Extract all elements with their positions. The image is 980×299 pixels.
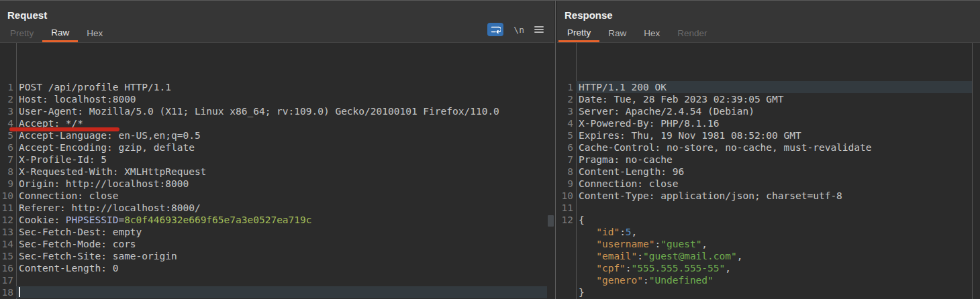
code-line: 1POST /api/profile HTTP/1.1 [0, 81, 547, 93]
code-line: 7X-Profile-Id: 5 [0, 154, 547, 166]
word-wrap-icon [491, 25, 501, 34]
tab-render: Render [669, 25, 716, 42]
line-number: 1 [557, 81, 576, 93]
red-underline-annotation [9, 127, 119, 131]
line-number: 3 [0, 105, 16, 117]
code-line-text: } [576, 286, 972, 298]
line-number: 7 [557, 154, 576, 166]
code-line-text: "cpf":"555.555.555-55", [576, 262, 972, 274]
line-number [557, 250, 576, 262]
request-panel-title: Request [7, 9, 47, 21]
code-line-text: Host: localhost:8000 [16, 93, 547, 105]
code-line-text: X-Profile-Id: 5 [16, 154, 547, 166]
code-line: 4X-Powered-By: PHP/8.1.16 [557, 117, 972, 129]
code-line: 6Accept-Encoding: gzip, deflate [0, 141, 547, 154]
code-line: 8Content-Length: 96 [557, 166, 972, 178]
code-line-text: HTTP/1.1 200 OK [576, 81, 972, 93]
code-line-text: Content-Length: 96 [576, 166, 972, 178]
response-editor[interactable]: 1HTTP/1.1 200 OK2Date: Tue, 28 Feb 2023 … [557, 43, 972, 299]
code-line-text: User-Agent: Mozilla/5.0 (X11; Linux x86_… [16, 105, 547, 117]
code-line-text [16, 274, 547, 286]
code-line-text: Content-Type: application/json; charset=… [576, 190, 972, 202]
code-line-text: Sec-Fetch-Dest: empty [16, 226, 547, 238]
line-number: 5 [557, 129, 576, 141]
request-scrollbar-thumb[interactable] [548, 215, 554, 227]
code-line: "genero":"Undefined" [557, 274, 972, 286]
line-number: 2 [0, 93, 16, 105]
line-number: 6 [557, 141, 576, 154]
code-line: 13Sec-Fetch-Dest: empty [0, 226, 547, 238]
menu-icon[interactable] [534, 25, 544, 34]
tab-raw[interactable]: Raw [599, 25, 635, 42]
newline-toggle-button[interactable]: \n [513, 25, 524, 35]
code-line: 10Connection: close [0, 190, 547, 202]
code-line: 9Connection: close [557, 178, 972, 190]
line-number [557, 226, 576, 238]
code-line-text: { [576, 214, 972, 226]
request-editor-lines: 1POST /api/profile HTTP/1.12Host: localh… [0, 81, 547, 298]
code-line: 11Referer: http://localhost:8000/ [0, 202, 547, 214]
line-number [557, 286, 576, 298]
line-number: 13 [0, 226, 16, 238]
code-line-text [576, 202, 972, 214]
response-header: Response PrettyRawHexRender [557, 1, 980, 43]
tab-hex[interactable]: Hex [78, 25, 111, 42]
request-vertical-scrollbar[interactable] [547, 43, 554, 299]
line-number: 4 [557, 117, 576, 129]
line-number: 17 [0, 274, 16, 286]
code-line: "cpf":"555.555.555-55", [557, 262, 972, 274]
code-line: 6Cache-Control: no-store, no-cache, must… [557, 141, 972, 154]
code-line-text: Pragma: no-cache [576, 154, 972, 166]
code-line-text: Cache-Control: no-store, no-cache, must-… [576, 141, 972, 154]
request-panel: Request PrettyRawHex \n 1POST /api/profi… [0, 1, 554, 299]
soft-wrap-toggle-button[interactable] [487, 23, 503, 36]
request-tabs: PrettyRawHex [1, 25, 111, 42]
code-line-text: X-Powered-By: PHP/8.1.16 [576, 117, 972, 129]
request-header: Request PrettyRawHex \n [0, 1, 554, 43]
code-line: 3User-Agent: Mozilla/5.0 (X11; Linux x86… [0, 105, 547, 117]
response-editor-lines: 1HTTP/1.1 200 OK2Date: Tue, 28 Feb 2023 … [557, 81, 972, 298]
http-message-viewer: Request PrettyRawHex \n 1POST /api/profi… [0, 0, 980, 299]
code-line: 1HTTP/1.1 200 OK [557, 81, 972, 93]
code-line-text: Connection: close [16, 190, 547, 202]
code-line-text: "email":"guest@mail.com", [576, 250, 972, 262]
line-number: 11 [0, 202, 16, 214]
code-line-text [16, 286, 547, 298]
code-line-text: Referer: http://localhost:8000/ [16, 202, 547, 214]
response-tabs: PrettyRawHexRender [558, 25, 716, 42]
tab-pretty[interactable]: Pretty [558, 25, 599, 42]
line-number: 8 [0, 166, 16, 178]
code-line: 17 [0, 274, 547, 286]
code-line-text: Sec-Fetch-Mode: cors [16, 238, 547, 250]
code-line: 12Cookie: PHPSESSID=8c0f446932e669f65e7a… [0, 214, 547, 226]
code-line-text: Server: Apache/2.4.54 (Debian) [576, 105, 972, 117]
tab-raw[interactable]: Raw [42, 25, 78, 42]
code-line: 3Server: Apache/2.4.54 (Debian) [557, 105, 972, 117]
line-number: 10 [0, 190, 16, 202]
code-line: 15Sec-Fetch-Site: same-origin [0, 250, 547, 262]
code-line: 7Pragma: no-cache [557, 154, 972, 166]
code-line: 11 [557, 202, 972, 214]
line-number: 12 [0, 214, 16, 226]
code-line-text: Accept-Encoding: gzip, deflate [16, 141, 547, 154]
code-line-text: Expires: Thu, 19 Nov 1981 08:52:00 GMT [576, 129, 972, 141]
code-line-text: "id":5, [576, 226, 972, 238]
tab-hex[interactable]: Hex [635, 25, 669, 42]
line-number [557, 262, 576, 274]
response-vertical-scrollbar[interactable] [972, 43, 980, 299]
response-panel-title: Response [565, 9, 613, 21]
code-line: 8X-Requested-With: XMLHttpRequest [0, 166, 547, 178]
code-line: "username":"guest", [557, 238, 972, 250]
line-number: 12 [557, 214, 576, 226]
code-line-text: X-Requested-With: XMLHttpRequest [16, 166, 547, 178]
code-line: } [557, 286, 972, 298]
line-number: 15 [0, 250, 16, 262]
tab-pretty: Pretty [1, 25, 42, 42]
text-cursor [19, 287, 20, 297]
request-editor[interactable]: 1POST /api/profile HTTP/1.12Host: localh… [0, 43, 547, 299]
code-line-text: Content-Length: 0 [16, 262, 547, 274]
code-line: 12{ [557, 214, 972, 226]
code-line-text: "username":"guest", [576, 238, 972, 250]
line-number: 8 [557, 166, 576, 178]
code-line-text: Date: Tue, 28 Feb 2023 02:39:05 GMT [576, 93, 972, 105]
